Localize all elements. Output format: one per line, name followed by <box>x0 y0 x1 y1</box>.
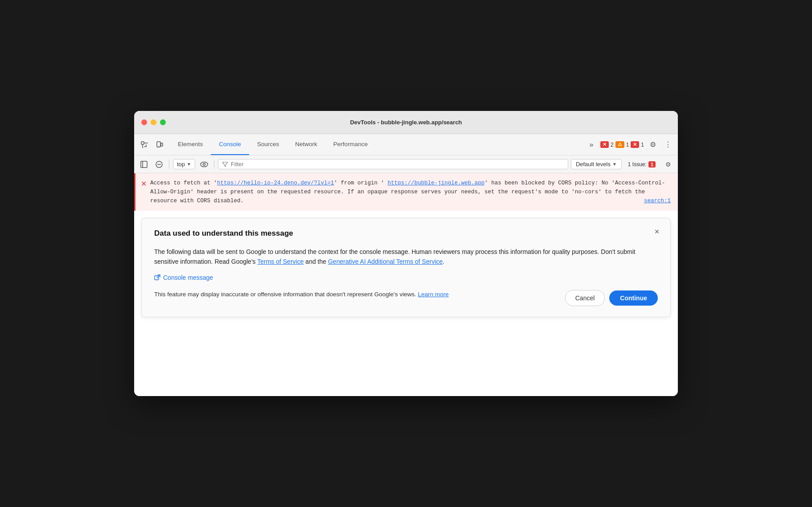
tab-performance[interactable]: Performance <box>325 134 376 155</box>
tab-console[interactable]: Console <box>211 134 249 155</box>
blocked-count: 1 <box>641 142 644 148</box>
error-icon: ✕ <box>141 180 147 205</box>
continue-button[interactable]: Continue <box>609 290 658 306</box>
svg-rect-10 <box>155 276 159 280</box>
settings-gear-button[interactable]: ⚙ <box>647 139 659 151</box>
external-link-icon <box>154 274 160 281</box>
svg-point-8 <box>201 162 208 167</box>
more-options-button[interactable]: ⋮ <box>662 139 674 151</box>
default-levels-button[interactable]: Default levels ▼ <box>571 159 622 169</box>
window-title: DevTools - bubble-jingle.web.app/search <box>350 119 462 126</box>
tabs: Elements Console Sources Network Perform… <box>170 134 582 155</box>
filter-input-wrap <box>218 159 568 169</box>
separator-2 <box>214 160 214 169</box>
chevron-down-icon: ▼ <box>612 162 617 167</box>
svg-point-3 <box>158 146 159 146</box>
svg-rect-4 <box>141 161 147 168</box>
dialog-card: × Data used to understand this message T… <box>141 218 671 317</box>
tabs-bar: Elements Console Sources Network Perform… <box>134 134 678 155</box>
title-bar: DevTools - bubble-jingle.web.app/search <box>134 111 678 134</box>
console-message-link[interactable]: Console message <box>154 274 658 281</box>
issue-badge: 1 Issue: 1 <box>624 160 659 169</box>
chevron-down-icon: ▼ <box>187 162 191 167</box>
warning-badge: ⚠ <box>615 141 624 148</box>
filter-icon <box>222 161 228 168</box>
error-count: 2 <box>611 142 614 148</box>
svg-rect-0 <box>141 142 144 144</box>
traffic-lights <box>141 119 166 125</box>
warning-count: 1 <box>626 142 629 148</box>
terms-of-service-link[interactable]: Terms of Service <box>257 258 303 265</box>
device-toolbar-button[interactable] <box>153 138 166 151</box>
dialog-footer-text: This feature may display inaccurate or o… <box>154 290 558 299</box>
minimize-button[interactable] <box>151 119 156 125</box>
dialog-buttons: Cancel Continue <box>565 290 658 306</box>
dialog-footer: This feature may display inaccurate or o… <box>154 290 658 306</box>
error-url1-link[interactable]: https://hello-io-24.deno.dev/?lvl=1 <box>217 180 334 186</box>
tabs-right: » ✕ 2 ⚠ 1 ✕ 1 ⚙ ⋮ <box>585 139 674 151</box>
blocked-badge: ✕ <box>631 141 639 148</box>
error-badge: ✕ <box>600 141 609 148</box>
dialog-title: Data used to understand this message <box>154 229 658 238</box>
issue-count: 1 <box>648 161 656 168</box>
more-tabs-button[interactable]: » <box>585 139 598 151</box>
tab-icon-group <box>138 138 166 151</box>
console-toolbar: top ▼ Default levels ▼ 1 Issue: 1 ⚙ <box>134 155 678 173</box>
clear-console-button[interactable] <box>153 158 165 171</box>
console-settings-button[interactable]: ⚙ <box>662 158 674 171</box>
dialog-close-button[interactable]: × <box>651 225 663 238</box>
live-expression-button[interactable] <box>198 158 210 171</box>
svg-point-9 <box>203 163 205 165</box>
close-button[interactable] <box>141 119 147 125</box>
error-text: Access to fetch at 'https://hello-io-24.… <box>150 179 671 205</box>
tab-network[interactable]: Network <box>287 134 325 155</box>
error-source-link[interactable]: search:1 <box>644 198 671 204</box>
inspect-element-button[interactable] <box>138 138 151 151</box>
learn-more-link[interactable]: Learn more <box>418 291 449 298</box>
cancel-button[interactable]: Cancel <box>565 290 605 306</box>
tab-elements[interactable]: Elements <box>170 134 211 155</box>
error-url2-link[interactable]: https://bubble-jingle.web.app <box>388 180 485 186</box>
separator-1 <box>169 160 169 169</box>
ai-terms-link[interactable]: Generative AI Additional Terms of Servic… <box>328 258 443 265</box>
context-selector[interactable]: top ▼ <box>173 159 195 169</box>
console-content: ✕ Access to fetch at 'https://hello-io-2… <box>134 173 678 396</box>
dialog-body: The following data will be sent to Googl… <box>154 247 658 267</box>
devtools-window: DevTools - bubble-jingle.web.app/search … <box>134 111 678 396</box>
sidebar-toggle-button[interactable] <box>138 158 150 171</box>
error-message: ✕ Access to fetch at 'https://hello-io-2… <box>134 173 678 211</box>
tab-sources[interactable]: Sources <box>249 134 287 155</box>
badge-group: ✕ 2 ⚠ 1 ✕ 1 <box>600 141 644 148</box>
filter-input[interactable] <box>231 161 564 168</box>
maximize-button[interactable] <box>160 119 166 125</box>
svg-rect-2 <box>161 143 163 146</box>
